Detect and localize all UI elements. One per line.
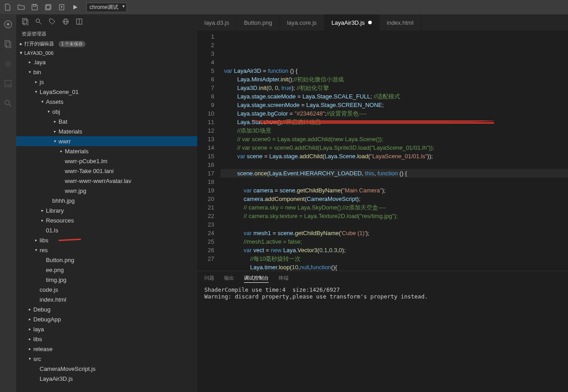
folder-row[interactable]: ▸Debug	[16, 304, 197, 314]
folder-row[interactable]: ▸js	[16, 77, 197, 87]
twistie-icon[interactable]: ▾	[39, 99, 46, 104]
folder-row[interactable]: ▾Assets	[16, 97, 197, 107]
code-line[interactable]	[221, 178, 568, 186]
code-line[interactable]: var vect = new Laya.Vector3(0.1,0.3,0);	[221, 246, 568, 254]
console-output[interactable]: ShaderCompile use time:4 size:1426/6927 …	[197, 285, 568, 302]
file-row[interactable]: code.js	[16, 285, 197, 294]
twistie-icon[interactable]: ▸	[58, 149, 65, 153]
file-row[interactable]: 01.ls	[16, 225, 197, 235]
file-row[interactable]: wwrr-Take 001.lani	[16, 166, 197, 176]
twistie-icon[interactable]: ▾	[51, 139, 59, 143]
twistie-icon[interactable]: ▸	[32, 238, 40, 242]
tag-icon[interactable]	[49, 18, 56, 25]
layout-icon[interactable]	[76, 18, 83, 25]
folder-row[interactable]: ▾bin	[16, 67, 197, 77]
export-icon[interactable]	[58, 3, 66, 11]
code-line[interactable]	[221, 220, 568, 229]
code-line[interactable]: var scene = Laya.stage.addChild(Laya.Sce…	[221, 152, 568, 160]
code-line[interactable]	[221, 160, 568, 169]
explorer-icon[interactable]	[3, 39, 14, 49]
file-row[interactable]: ee.png	[16, 265, 197, 275]
open-editors-section[interactable]: ▸打开的编辑器 1 个未保存	[16, 39, 197, 49]
editor-tab[interactable]: LayaAir3D.js	[325, 14, 380, 31]
file-row[interactable]: wwrr-wwrr-wwrrAvatar.lav	[16, 176, 197, 186]
folder-row[interactable]: ▾LayaScene_01	[16, 87, 197, 97]
editor-tab[interactable]: Button.png	[237, 14, 280, 31]
worka-root-section[interactable]: ▾LAYA3D_006	[16, 49, 197, 57]
code-line[interactable]: scene.once(Laya.Event.HIERARCHY_LOADED, …	[221, 169, 568, 178]
save-all-icon[interactable]	[44, 3, 52, 11]
debug-target-dropdown[interactable]: chrome调试	[86, 3, 127, 12]
twistie-icon[interactable]: ▾	[32, 248, 40, 252]
logo-icon[interactable]	[3, 19, 14, 30]
code-line[interactable]: var camera = scene.getChildByName("Main …	[221, 186, 568, 195]
search-icon[interactable]	[35, 18, 42, 25]
folder-row[interactable]: ▸Resources	[16, 215, 197, 225]
file-row[interactable]: bhhh.jpg	[16, 196, 197, 205]
folder-row[interactable]: ▸Bat	[16, 116, 197, 126]
code-line[interactable]: var mesh1 = scene.getChildByName('Cube (…	[221, 229, 568, 237]
code-line[interactable]: // camera.sky = new Laya.SkyDome();//z添加…	[221, 203, 568, 212]
twistie-icon[interactable]: ▾	[32, 89, 40, 94]
panel-tab[interactable]: 调试控制台	[244, 275, 269, 283]
folder-row[interactable]: ▸libs	[16, 235, 197, 245]
globe-icon[interactable]	[62, 18, 69, 25]
panel-tab[interactable]: 问题	[204, 275, 214, 283]
twistie-icon[interactable]: ▸	[51, 119, 59, 124]
code-line[interactable]: //每10毫秒旋转一次	[221, 254, 568, 263]
file-row[interactable]: wwrr.jpg	[16, 186, 197, 196]
folder-row[interactable]: ▸release	[16, 344, 197, 354]
editor-tab[interactable]: index.html	[379, 14, 421, 31]
file-row[interactable]: index.html	[16, 294, 197, 304]
folder-row[interactable]: ▾obj	[16, 107, 197, 116]
panel-tab[interactable]: 输出	[224, 275, 234, 283]
file-tree[interactable]: ▸.laya▾bin▸js▾LayaScene_01▾Assets▾obj▸Ba…	[16, 57, 197, 392]
folder-row[interactable]: ▸DebugApp	[16, 314, 197, 324]
file-row[interactable]: LayaAir3D.js	[16, 374, 197, 383]
new-folder-icon[interactable]	[17, 3, 25, 11]
folder-row[interactable]: ▸.laya	[16, 57, 197, 67]
editor-tab[interactable]: laya.core.js	[280, 14, 325, 31]
file-row[interactable]: Button.png	[16, 255, 197, 265]
file-row[interactable]: timg.jpg	[16, 275, 197, 285]
panel-icon[interactable]	[3, 78, 14, 89]
folder-row[interactable]: ▸Materials	[16, 126, 197, 136]
folder-row[interactable]: ▸Materials	[16, 146, 197, 156]
twistie-icon[interactable]: ▸	[26, 347, 33, 351]
new-file-icon[interactable]	[4, 3, 12, 11]
file-row[interactable]: wwrr-pCube1.lm	[16, 156, 197, 166]
search-icon[interactable]	[3, 98, 14, 109]
editor-tab[interactable]: laya.d3.js	[197, 14, 237, 31]
code-line[interactable]: // var scene = scene0.addChild(Laya.Spri…	[221, 143, 568, 152]
twistie-icon[interactable]: ▸	[26, 327, 33, 331]
settings-icon[interactable]	[3, 58, 14, 69]
code-content[interactable]: var LayaAir3D = function () { Laya.MiniA…	[221, 31, 568, 271]
code-line[interactable]: Laya3D.init(0, 0, true); //初始化引擎	[221, 84, 568, 92]
folder-row[interactable]: ▸Library	[16, 205, 197, 215]
panel-tab[interactable]: 终端	[279, 275, 289, 283]
play-icon[interactable]	[71, 3, 79, 11]
twistie-icon[interactable]: ▸	[26, 317, 33, 321]
twistie-icon[interactable]: ▾	[26, 70, 33, 74]
code-line[interactable]: Laya.stage.screenMode = Laya.Stage.SCREE…	[221, 101, 568, 109]
file-row[interactable]: CameraMoveScript.js	[16, 364, 197, 374]
folder-row[interactable]: ▸libs	[16, 334, 197, 344]
twistie-icon[interactable]: ▸	[39, 218, 46, 223]
folder-row[interactable]: ▾res	[16, 245, 197, 255]
code-line[interactable]: camera.addComponent(CameraMoveScript);	[221, 195, 568, 203]
twistie-icon[interactable]: ▸	[51, 129, 59, 134]
code-line[interactable]: Laya.stage.bgColor = "#2346248";//设置背景色-…	[221, 109, 568, 118]
twistie-icon[interactable]: ▸	[26, 337, 33, 341]
folder-row[interactable]: ▾src	[16, 354, 197, 364]
twistie-icon[interactable]: ▸	[26, 307, 33, 312]
code-line[interactable]: Laya.stage.scaleMode = Laya.Stage.SCALE_…	[221, 92, 568, 101]
twistie-icon[interactable]: ▸	[32, 80, 40, 84]
code-line[interactable]: // var scene0 = Laya.stage.addChild(new …	[221, 135, 568, 143]
code-line[interactable]: // camera.sky.texture = Laya.Texture2D.l…	[221, 212, 568, 220]
twistie-icon[interactable]: ▾	[45, 109, 52, 114]
code-line[interactable]: Laya.timer.loop(10,null,function(){	[221, 263, 568, 271]
code-line[interactable]: //添加3D场景	[221, 126, 568, 135]
save-icon[interactable]	[31, 3, 39, 11]
code-editor[interactable]: 1234567891011121314151617181920212223242…	[197, 31, 568, 271]
folder-row[interactable]: ▾wwrr	[16, 136, 197, 146]
